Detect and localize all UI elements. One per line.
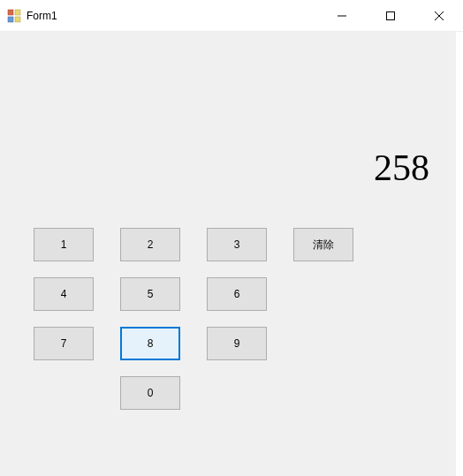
digit-9-button[interactable]: 9 — [207, 327, 267, 360]
keypad-row-3: 7 8 9 — [34, 327, 353, 360]
window: Form1 258 1 2 3 清除 4 5 6 — [0, 0, 463, 476]
window-controls — [317, 0, 463, 31]
keypad-row-2: 4 5 6 — [34, 277, 353, 311]
digit-1-button[interactable]: 1 — [34, 228, 94, 261]
display-value: 258 — [374, 147, 429, 189]
keypad-row-1: 1 2 3 清除 — [34, 228, 353, 261]
digit-8-button[interactable]: 8 — [120, 327, 180, 360]
digit-6-button[interactable]: 6 — [207, 277, 267, 311]
digit-0-button[interactable]: 0 — [120, 376, 180, 410]
titlebar: Form1 — [0, 0, 463, 32]
close-button[interactable] — [414, 0, 463, 31]
maximize-button[interactable] — [366, 0, 414, 31]
digit-4-button[interactable]: 4 — [34, 277, 94, 311]
client-area: 258 1 2 3 清除 4 5 6 7 8 9 0 — [0, 32, 463, 476]
clear-button[interactable]: 清除 — [293, 228, 353, 261]
svg-rect-0 — [8, 10, 13, 15]
window-title: Form1 — [27, 10, 57, 22]
svg-rect-3 — [15, 17, 20, 22]
keypad: 1 2 3 清除 4 5 6 7 8 9 0 — [34, 228, 353, 426]
svg-rect-2 — [8, 17, 13, 22]
app-icon — [7, 9, 21, 23]
digit-3-button[interactable]: 3 — [207, 228, 267, 261]
keypad-row-4: 0 — [34, 376, 353, 410]
svg-rect-1 — [15, 10, 20, 15]
digit-2-button[interactable]: 2 — [120, 228, 180, 261]
digit-7-button[interactable]: 7 — [34, 327, 94, 360]
digit-5-button[interactable]: 5 — [120, 277, 180, 311]
minimize-button[interactable] — [317, 0, 366, 31]
svg-rect-5 — [386, 11, 394, 19]
